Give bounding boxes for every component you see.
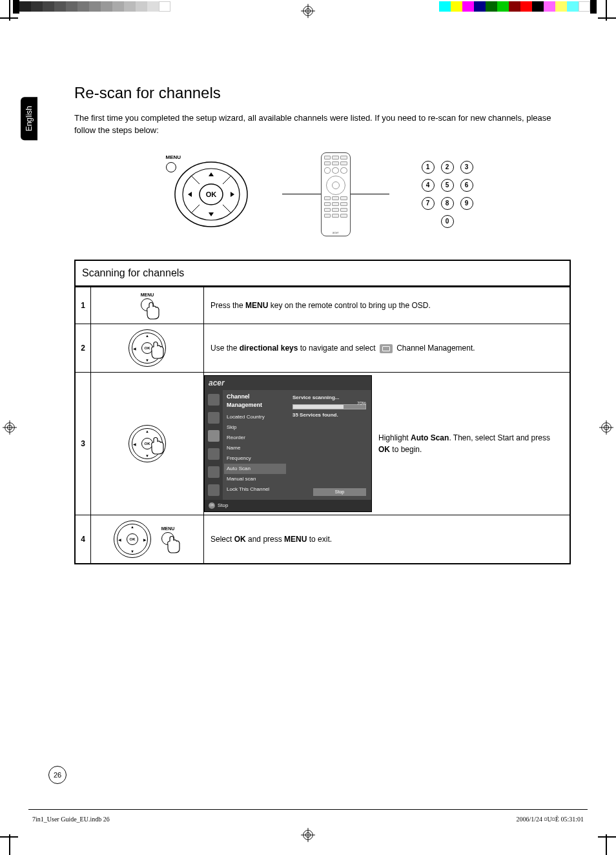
key-5: 5 <box>441 179 454 192</box>
registration-mark-icon <box>599 420 613 435</box>
key-0: 0 <box>441 215 454 228</box>
registration-mark-icon <box>301 4 315 18</box>
osd-progress-percent: 70% <box>357 400 366 407</box>
key-4: 4 <box>422 179 435 192</box>
step-number: 2 <box>76 324 91 372</box>
intro-text: The first time you completed the setup w… <box>74 112 571 137</box>
step-description: Select OK and press MENU to exit. <box>204 515 570 563</box>
step-description: acer <box>204 373 570 515</box>
key-8: 8 <box>441 197 454 210</box>
osd-services-found: 35 Services found. <box>293 411 366 419</box>
color-bar-right <box>439 1 597 12</box>
table-row: 4 OK ▲▼◀▶ MENU <box>76 515 570 563</box>
osd-progress-bar <box>293 404 366 409</box>
key-2: 2 <box>441 161 454 174</box>
key-3: 3 <box>460 161 473 174</box>
steps-table: Scanning for channels 1 MENU Press the M… <box>74 260 571 564</box>
language-tab: English <box>21 97 37 140</box>
page-title: Re-scan for channels <box>74 84 571 102</box>
hand-press-icon <box>164 535 183 555</box>
ok-label: OK <box>205 191 216 198</box>
footer: 7in1_User Guide_EU.indb 26 2006/1/24 ¤U¤… <box>32 816 584 823</box>
channel-management-icon <box>380 344 393 353</box>
osd-logo: acer <box>209 378 225 387</box>
step-description: Use the directional keys to navigate and… <box>204 324 570 372</box>
osd-screenshot: acer <box>204 375 372 512</box>
osd-nav-icon <box>208 430 220 442</box>
osd-foot-stop: Stop <box>218 502 228 510</box>
step-description: Press the MENU key on the remote control… <box>204 287 570 324</box>
keypad-diagram: 1 2 3 4 5 6 7 8 9 0 <box>422 161 473 228</box>
osd-heading: Channel Management <box>227 393 283 410</box>
osd-nav-icon <box>208 448 220 460</box>
key-9: 9 <box>460 197 473 210</box>
footer-divider <box>28 809 588 810</box>
step-image: OK ▲▼◀▶ <box>91 324 204 372</box>
step-number: 4 <box>76 515 91 563</box>
osd-nav-icon <box>208 394 220 406</box>
page-number: 26 <box>48 766 67 784</box>
osd-ok-icon: OK <box>209 502 215 509</box>
step-number: 3 <box>76 373 91 515</box>
color-bar-left <box>13 1 170 12</box>
dpad-icon: OK ▲▼◀▶ <box>114 520 151 558</box>
hand-press-icon <box>148 341 167 360</box>
osd-nav-icon <box>208 484 220 496</box>
registration-mark-icon <box>3 420 17 435</box>
osd-nav-icon <box>208 466 220 478</box>
table-header: Scanning for channels <box>76 261 570 287</box>
step-number: 1 <box>76 287 91 324</box>
step-image: MENU <box>91 287 204 324</box>
footer-right: 2006/1/24 ¤U¤È 05:31:01 <box>517 816 584 823</box>
diagram-row: MENU OK <box>74 152 571 236</box>
remote-diagram: acer <box>321 152 351 236</box>
hand-press-icon <box>148 437 167 456</box>
osd-scanning-label: Service scanning... <box>293 394 366 402</box>
osd-item-selected: Auto Scan <box>224 464 286 474</box>
step-image: OK ▲▼◀▶ MENU <box>91 515 204 563</box>
dpad-diagram: MENU OK <box>172 156 250 233</box>
key-7: 7 <box>422 197 435 210</box>
table-row: 3 OK ▲▼◀▶ acer <box>76 372 570 515</box>
key-6: 6 <box>460 179 473 192</box>
registration-mark-icon <box>301 828 315 842</box>
key-1: 1 <box>422 161 435 174</box>
osd-stop-button: Stop <box>313 488 366 496</box>
table-row: 2 OK ▲▼◀▶ Use the directional keys to na… <box>76 324 570 372</box>
table-row: 1 MENU Press the MENU key on the remote … <box>76 287 570 324</box>
step-image: OK ▲▼◀▶ <box>91 373 204 515</box>
hand-press-icon <box>143 302 163 321</box>
osd-nav-icon <box>208 412 220 424</box>
footer-left: 7in1_User Guide_EU.indb 26 <box>32 816 110 823</box>
